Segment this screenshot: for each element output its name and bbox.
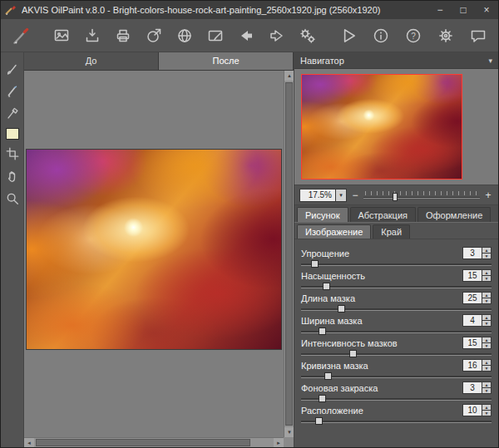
parameter-slider[interactable] bbox=[301, 350, 492, 359]
hand-tool-icon[interactable] bbox=[4, 168, 21, 185]
spinner-down-icon[interactable]: ▼ bbox=[482, 342, 492, 349]
minimize-button[interactable]: − bbox=[428, 1, 452, 19]
navigator-header[interactable]: Навигатор ▾ bbox=[294, 52, 498, 69]
parameter-slider[interactable] bbox=[301, 283, 492, 292]
parameter-value[interactable]: 15 bbox=[462, 337, 482, 349]
help-icon[interactable]: ? bbox=[403, 24, 425, 47]
image-preview[interactable] bbox=[26, 149, 282, 350]
preferences-gear-icon[interactable] bbox=[435, 24, 457, 47]
spinner-up-icon[interactable]: ▲ bbox=[482, 247, 492, 253]
parameter-spinbox[interactable]: 3 ▲ ▼ bbox=[462, 382, 492, 394]
slider-thumb[interactable] bbox=[338, 305, 345, 313]
smudge-tool-icon[interactable] bbox=[4, 83, 21, 100]
slider-thumb[interactable] bbox=[311, 260, 319, 268]
zoom-combobox[interactable]: 17.5% ▾ bbox=[299, 189, 347, 202]
forward-arrow-icon[interactable] bbox=[266, 24, 289, 47]
vertical-scrollbar[interactable]: ▲ ▼ bbox=[284, 71, 294, 437]
parameter-slider[interactable] bbox=[301, 372, 492, 382]
spinner-down-icon[interactable]: ▼ bbox=[482, 298, 492, 304]
parameter-value[interactable]: 3 bbox=[462, 382, 482, 394]
parameter-value[interactable]: 3 bbox=[462, 247, 482, 259]
spinner-down-icon[interactable]: ▼ bbox=[482, 275, 492, 282]
parameter-slider[interactable] bbox=[301, 260, 492, 269]
spinner-down-icon[interactable]: ▼ bbox=[482, 320, 492, 327]
navigator-thumbnail[interactable] bbox=[301, 74, 462, 180]
spinner-down-icon[interactable]: ▼ bbox=[482, 253, 492, 259]
postcard-icon[interactable] bbox=[204, 24, 226, 47]
spinner-down-icon[interactable]: ▼ bbox=[482, 387, 492, 394]
brush-tool-icon[interactable] bbox=[4, 61, 21, 77]
info-icon[interactable] bbox=[370, 24, 393, 47]
spinner-down-icon[interactable]: ▼ bbox=[482, 410, 492, 416]
parameter-value[interactable]: 10 bbox=[462, 404, 482, 416]
zoom-out-button[interactable]: − bbox=[350, 189, 360, 202]
parameter-value[interactable]: 25 bbox=[462, 292, 482, 304]
zoom-value[interactable]: 17.5% bbox=[299, 189, 336, 202]
spinner-up-icon[interactable]: ▲ bbox=[482, 269, 492, 275]
parameter-spinbox[interactable]: 25 ▲ ▼ bbox=[462, 292, 492, 304]
slider-thumb[interactable] bbox=[324, 372, 332, 380]
canvas-viewport[interactable]: ▲ ▼ ◄ ► bbox=[24, 71, 294, 447]
parameter-spinbox[interactable]: 4 ▲ ▼ bbox=[462, 314, 492, 327]
tab-after[interactable]: После bbox=[159, 52, 294, 70]
spinner-up-icon[interactable]: ▲ bbox=[482, 292, 492, 298]
parameter-spinbox[interactable]: 3 ▲ ▼ bbox=[462, 247, 492, 259]
spinner-down-icon[interactable]: ▼ bbox=[482, 365, 492, 372]
horizontal-scroll-thumb[interactable] bbox=[36, 439, 250, 446]
zoom-dropdown-icon[interactable]: ▾ bbox=[336, 189, 347, 202]
scroll-up-icon[interactable]: ▲ bbox=[284, 71, 294, 81]
history-brush-tool-icon[interactable] bbox=[4, 106, 21, 122]
slider-thumb[interactable] bbox=[349, 350, 357, 357]
tab-abstraction[interactable]: Абстракция bbox=[350, 207, 417, 222]
scroll-right-icon[interactable]: ► bbox=[274, 438, 284, 447]
zoom-slider[interactable] bbox=[363, 190, 480, 201]
close-button[interactable]: × bbox=[475, 1, 498, 19]
parameter-slider[interactable] bbox=[301, 327, 492, 337]
parameter-slider[interactable] bbox=[301, 395, 492, 404]
spinner-up-icon[interactable]: ▲ bbox=[482, 404, 492, 410]
tab-before[interactable]: До bbox=[24, 52, 159, 70]
print-icon[interactable] bbox=[111, 24, 134, 47]
color-swatch[interactable] bbox=[6, 128, 19, 140]
parameter-value[interactable]: 4 bbox=[462, 314, 482, 327]
spinner-up-icon[interactable]: ▲ bbox=[482, 314, 492, 320]
web-globe-icon[interactable] bbox=[173, 24, 195, 47]
zoom-slider-thumb[interactable] bbox=[393, 193, 398, 201]
batch-processing-gears-icon[interactable] bbox=[297, 24, 319, 47]
parameter-value[interactable]: 16 bbox=[462, 359, 482, 372]
parameter-spinbox[interactable]: 10 ▲ ▼ bbox=[462, 404, 492, 416]
scroll-left-icon[interactable]: ◄ bbox=[24, 438, 34, 447]
slider-thumb[interactable] bbox=[323, 283, 330, 290]
parameter-spinbox[interactable]: 16 ▲ ▼ bbox=[462, 359, 492, 372]
parameter-spinbox[interactable]: 15 ▲ ▼ bbox=[462, 269, 492, 282]
subtab-image[interactable]: Изображение bbox=[297, 224, 371, 239]
feedback-bubble-icon[interactable] bbox=[467, 24, 490, 47]
vertical-scroll-thumb[interactable] bbox=[285, 82, 293, 426]
slider-thumb[interactable] bbox=[315, 417, 323, 425]
slider-thumb[interactable] bbox=[319, 327, 326, 335]
spinner-up-icon[interactable]: ▲ bbox=[482, 359, 492, 365]
back-arrow-icon[interactable] bbox=[235, 24, 257, 47]
horizontal-scrollbar[interactable]: ◄ ► bbox=[24, 437, 284, 447]
maximize-button[interactable]: □ bbox=[452, 1, 475, 19]
zoom-tool-icon[interactable] bbox=[4, 190, 21, 207]
spinner-up-icon[interactable]: ▲ bbox=[482, 382, 492, 387]
spinner-up-icon[interactable]: ▲ bbox=[482, 337, 492, 342]
parameter-slider[interactable] bbox=[301, 305, 492, 314]
navigator-collapse-icon[interactable]: ▾ bbox=[488, 57, 492, 65]
share-icon[interactable] bbox=[142, 24, 165, 47]
parameter-value[interactable]: 15 bbox=[462, 269, 482, 282]
slider-thumb[interactable] bbox=[319, 395, 326, 402]
subtab-edge[interactable]: Край bbox=[373, 224, 410, 239]
parameter-slider[interactable] bbox=[301, 417, 492, 426]
run-icon[interactable] bbox=[338, 24, 360, 47]
parameter-spinbox[interactable]: 15 ▲ ▼ bbox=[462, 337, 492, 349]
crop-tool-icon[interactable] bbox=[4, 145, 21, 162]
open-image-icon[interactable] bbox=[50, 24, 72, 47]
scroll-down-icon[interactable]: ▼ bbox=[284, 427, 294, 437]
tab-decoration[interactable]: Оформление bbox=[417, 207, 491, 222]
zoom-in-button[interactable]: + bbox=[483, 189, 493, 202]
save-image-icon[interactable] bbox=[81, 24, 103, 47]
navigator-visible-frame[interactable] bbox=[301, 74, 462, 180]
tab-drawing[interactable]: Рисунок bbox=[297, 207, 348, 222]
